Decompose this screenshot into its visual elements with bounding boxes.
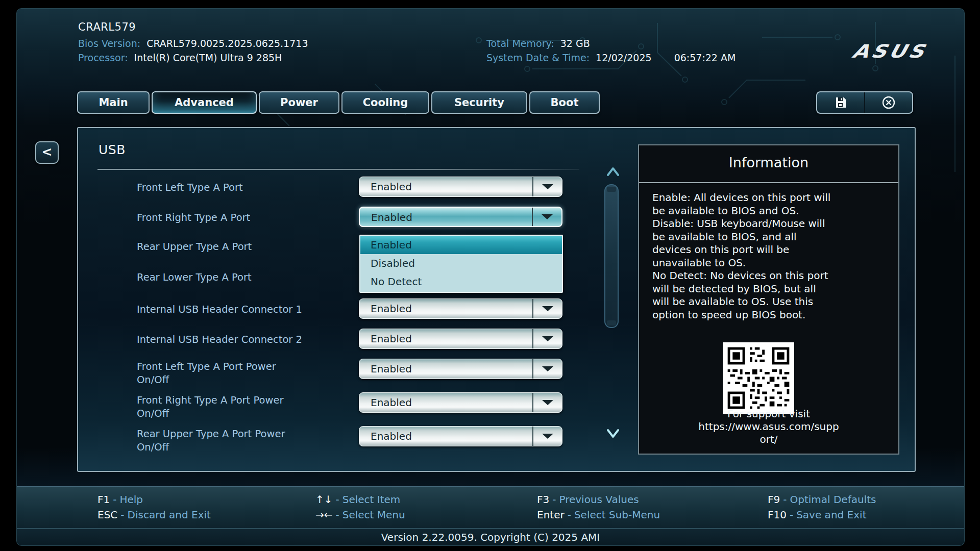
title-divider xyxy=(97,169,579,170)
dropdown-arrow-button[interactable] xyxy=(532,393,562,412)
qr-code xyxy=(723,342,794,414)
dropdown-rear-upper-power[interactable]: Enabled xyxy=(359,426,562,446)
dropdown-arrow-button[interactable] xyxy=(532,359,562,379)
dropdown-value: Enabled xyxy=(371,393,412,412)
tab-power[interactable]: Power xyxy=(259,91,339,114)
hotkey-esc: ESC-Discard and Exit xyxy=(97,507,211,522)
bios-version-value: CRARL579.0025.2025.0625.1713 xyxy=(146,38,308,49)
dropdown-arrow-button[interactable] xyxy=(532,177,562,196)
back-button[interactable]: < xyxy=(35,141,59,164)
tab-advanced[interactable]: Advanced xyxy=(152,91,257,114)
page-title: USB xyxy=(99,142,126,157)
setting-label-front-left-power: Front Left Type A Port Power On/Off xyxy=(137,360,361,387)
dropdown-arrow-button[interactable] xyxy=(532,299,562,318)
tab-boot[interactable]: Boot xyxy=(529,91,600,114)
hotkey-column: F3-Previous Values Enter-Select Sub-Menu xyxy=(537,492,660,522)
setting-label-internal-header-2: Internal USB Header Connector 2 xyxy=(137,333,361,346)
hotkey-updown: ↑↓-Select Item xyxy=(315,492,405,507)
dropdown-option-enabled[interactable]: Enabled xyxy=(360,236,562,254)
triangle-down-icon xyxy=(542,366,553,371)
system-time: 06:57:22 AM xyxy=(674,52,736,63)
asus-logo: ASUS xyxy=(814,41,929,62)
dropdown-option-disabled[interactable]: Disabled xyxy=(360,254,562,272)
hotkey-leftright: →←-Select Menu xyxy=(315,507,405,522)
triangle-down-icon xyxy=(542,434,553,439)
hotkey-f1: F1-Help xyxy=(97,492,211,507)
save-button[interactable] xyxy=(817,92,864,113)
chevron-up-icon xyxy=(605,166,621,177)
bios-window: CRARL579 Bios Version:CRARL579.0025.2025… xyxy=(16,8,965,546)
dropdown-open-list: Enabled Disabled No Detect xyxy=(359,235,563,293)
dropdown-value: Enabled xyxy=(371,177,412,196)
bios-version-label: Bios Version: xyxy=(78,38,140,49)
information-divider xyxy=(639,182,898,183)
bios-version-line: Bios Version:CRARL579.0025.2025.0625.171… xyxy=(78,38,308,49)
processor-label: Processor: xyxy=(78,52,128,63)
dropdown-internal-header-2[interactable]: Enabled xyxy=(359,329,562,349)
tab-security[interactable]: Security xyxy=(431,91,527,114)
triangle-down-icon xyxy=(542,336,553,341)
model-name: CRARL579 xyxy=(78,21,136,33)
dropdown-value: Enabled xyxy=(371,329,412,348)
scroll-up-button[interactable] xyxy=(605,166,621,179)
dropdown-value: Enabled xyxy=(371,299,412,318)
dropdown-arrow-button[interactable] xyxy=(532,329,562,348)
hotkey-column: F1-Help ESC-Discard and Exit xyxy=(97,492,211,522)
close-button[interactable] xyxy=(864,92,912,113)
setting-label-rear-upper-power: Rear Upper Type A Port Power On/Off xyxy=(137,428,361,454)
close-icon xyxy=(881,95,896,110)
settings-panel: USB Front Left Type A Port Enabled Front… xyxy=(77,127,916,472)
setting-label-front-right-port: Front Right Type A Port xyxy=(137,211,361,224)
dropdown-front-right-port[interactable]: Enabled xyxy=(359,207,562,227)
chevron-down-icon xyxy=(605,428,621,439)
information-body: Enable: All devices on this port will be… xyxy=(652,191,888,321)
dropdown-value: Enabled xyxy=(371,359,412,379)
triangle-down-icon xyxy=(542,400,553,405)
hotkey-enter: Enter-Select Sub-Menu xyxy=(537,507,660,522)
dropdown-front-left-power[interactable]: Enabled xyxy=(359,359,562,379)
processor-value: Intel(R) Core(TM) Ultra 9 285H xyxy=(134,52,282,63)
setting-label-front-right-power: Front Right Type A Port Power On/Off xyxy=(137,394,361,420)
processor-line: Processor:Intel(R) Core(TM) Ultra 9 285H xyxy=(78,52,282,63)
setting-label-front-left-port: Front Left Type A Port xyxy=(137,181,361,194)
toolbar xyxy=(816,91,913,114)
triangle-down-icon xyxy=(542,306,553,311)
dropdown-value: Enabled xyxy=(371,427,412,446)
dropdown-option-no-detect[interactable]: No Detect xyxy=(360,272,562,291)
tab-main[interactable]: Main xyxy=(77,91,150,114)
dropdown-front-left-port[interactable]: Enabled xyxy=(359,177,562,197)
hotkey-f9: F9-Optimal Defaults xyxy=(768,492,876,507)
setting-label-rear-upper-port: Rear Upper Type A Port xyxy=(137,240,361,254)
hotkey-f3: F3-Previous Values xyxy=(537,492,660,507)
hotkey-column: F9-Optimal Defaults F10-Save and Exit xyxy=(768,492,876,522)
bios-screen: CRARL579 Bios Version:CRARL579.0025.2025… xyxy=(0,0,980,551)
total-memory-label: Total Memory: xyxy=(486,38,554,49)
setting-label-rear-lower-port: Rear Lower Type A Port xyxy=(137,271,361,284)
hotkey-bar: F1-Help ESC-Discard and Exit ↑↓-Select I… xyxy=(17,486,964,528)
total-memory-line: Total Memory:32 GB xyxy=(486,38,590,49)
support-link-text: For support visit https://www.asus.com/s… xyxy=(639,408,898,446)
datetime-label: System Date & Time: xyxy=(486,52,590,63)
dropdown-value: Enabled xyxy=(371,208,412,227)
scrollbar-thumb[interactable] xyxy=(604,184,619,328)
dropdown-internal-header-1[interactable]: Enabled xyxy=(359,298,562,319)
total-memory-value: 32 GB xyxy=(560,38,590,49)
version-footer: Version 2.22.0059. Copyright (C) 2025 AM… xyxy=(17,528,964,545)
system-date: 12/02/2025 xyxy=(596,52,652,63)
tab-cooling[interactable]: Cooling xyxy=(341,91,429,114)
save-icon xyxy=(834,96,847,109)
datetime-line: System Date & Time:12/02/202506:57:22 AM xyxy=(486,52,736,63)
hotkey-f10: F10-Save and Exit xyxy=(768,507,876,522)
information-panel: Information Enable: All devices on this … xyxy=(638,144,899,455)
information-title: Information xyxy=(639,155,898,170)
hotkey-column: ↑↓-Select Item →←-Select Menu xyxy=(315,492,405,522)
dropdown-arrow-button[interactable] xyxy=(532,427,562,446)
triangle-down-icon xyxy=(542,184,553,189)
dropdown-arrow-button[interactable] xyxy=(532,208,561,226)
setting-label-internal-header-1: Internal USB Header Connector 1 xyxy=(137,303,361,316)
triangle-down-icon xyxy=(542,214,553,219)
scroll-down-button[interactable] xyxy=(605,428,621,441)
dropdown-front-right-power[interactable]: Enabled xyxy=(359,392,562,413)
